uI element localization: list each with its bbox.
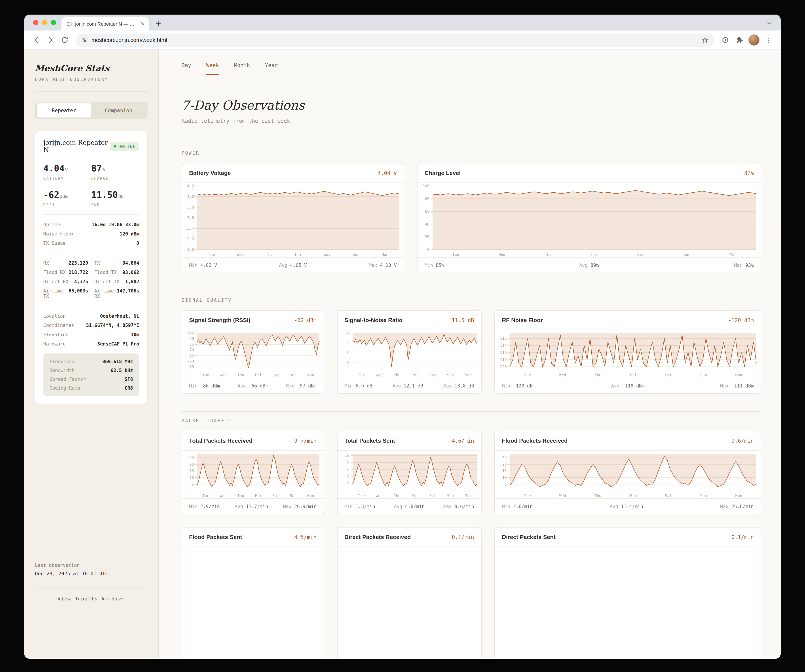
address-bar[interactable]: meshcore.jorijn.com/week.html bbox=[76, 33, 714, 47]
svg-text:Wed: Wed bbox=[376, 373, 383, 377]
maximize-window-button[interactable] bbox=[51, 20, 56, 25]
svg-text:Tue: Tue bbox=[208, 252, 215, 257]
card-direct-packets-received: Direct Packets Received 0.1/min bbox=[337, 527, 481, 658]
counter-row: RX223,120 TX94,864 bbox=[43, 260, 139, 266]
close-window-button[interactable] bbox=[33, 20, 38, 25]
svg-text:Sun: Sun bbox=[353, 252, 360, 257]
svg-text:-120: -120 bbox=[498, 365, 507, 369]
extensions-puzzle-icon[interactable] bbox=[733, 33, 746, 47]
svg-text:Thu: Thu bbox=[237, 493, 244, 498]
svg-text:Sun: Sun bbox=[700, 373, 707, 377]
reload-button[interactable] bbox=[58, 33, 71, 47]
tab-day[interactable]: Day bbox=[182, 62, 191, 75]
svg-text:Wed: Wed bbox=[559, 373, 566, 377]
svg-text:Thu: Thu bbox=[595, 493, 601, 498]
tab-year[interactable]: Year bbox=[265, 62, 278, 75]
svg-text:10: 10 bbox=[345, 351, 349, 355]
stage: jorijn.com Repeater N — Week bbox=[0, 0, 805, 672]
svg-text:Mon: Mon bbox=[730, 252, 737, 257]
stat-charge: 87% CHARGE bbox=[91, 163, 139, 181]
view-reports-archive-link[interactable]: View Reports Archive bbox=[35, 588, 148, 602]
svg-text:20: 20 bbox=[425, 235, 429, 239]
svg-text:Fri: Fri bbox=[255, 493, 262, 498]
tab-close-icon[interactable] bbox=[140, 21, 145, 26]
tab-search-chevron-icon[interactable] bbox=[765, 18, 774, 27]
tab-week[interactable]: Week bbox=[206, 62, 219, 75]
site-info-icon[interactable] bbox=[81, 37, 87, 43]
svg-text:Wed: Wed bbox=[559, 493, 566, 498]
svg-text:20: 20 bbox=[189, 462, 194, 467]
total-packets-sent-chart: 108642TueWedThuFriSatSunMon bbox=[337, 451, 481, 498]
svg-text:4: 4 bbox=[347, 475, 349, 479]
sidebar: MeshCore Stats LORA MESH OBSERVATORY Rep… bbox=[24, 50, 159, 658]
svg-text:-85: -85 bbox=[187, 365, 194, 369]
back-button[interactable] bbox=[30, 33, 43, 47]
password-manager-icon[interactable] bbox=[718, 33, 732, 47]
browser-toolbar: meshcore.jorijn.com/week.html bbox=[24, 31, 781, 50]
kv-spread-factor: Spread FactorSF8 bbox=[49, 376, 133, 382]
card-flood-packets-received: Flood Packets Received 9.6/min 252015105… bbox=[495, 431, 761, 514]
location-info-list: LocationOosterhout, NL Coordinates51.667… bbox=[43, 313, 139, 347]
svg-text:-55: -55 bbox=[187, 331, 194, 335]
last-observation-value: Dec 29, 2025 at 16:01 UTC bbox=[35, 571, 148, 577]
svg-text:3.0: 3.0 bbox=[187, 247, 194, 252]
svg-text:-112: -112 bbox=[498, 336, 507, 341]
svg-text:Thu: Thu bbox=[545, 252, 552, 257]
new-tab-button[interactable] bbox=[153, 18, 164, 29]
card-rssi: Signal Strength (RSSI) -62 dBm -55-60-65… bbox=[182, 310, 324, 394]
profile-avatar[interactable] bbox=[748, 35, 759, 46]
page-subtitle: Radio telemetry from the past week bbox=[182, 118, 761, 124]
card-battery-voltage: Battery Voltage 4.04 V 4.24.03.83.63.43.… bbox=[182, 163, 404, 273]
divider bbox=[43, 253, 139, 253]
svg-text:-114: -114 bbox=[498, 343, 507, 348]
svg-text:Sat: Sat bbox=[324, 252, 330, 257]
svg-text:-70: -70 bbox=[187, 348, 194, 352]
radio-params-panel: Frequency869.618 MHz Bandwidth62.5 kHz S… bbox=[43, 353, 139, 396]
svg-text:Thu: Thu bbox=[266, 252, 273, 257]
svg-text:Fri: Fri bbox=[630, 493, 637, 498]
browser-tabstrip: jorijn.com Repeater N — Week bbox=[24, 15, 781, 31]
minimize-window-button[interactable] bbox=[42, 20, 47, 25]
stat-snr: 11.50dB SNR bbox=[91, 189, 139, 207]
flood-packets-received-chart: 252015105TueWedThuFriSatSunMon bbox=[495, 451, 761, 498]
brand-title: MeshCore Stats bbox=[35, 63, 148, 73]
device-card: jorijn.com Repeater N ONLINE 4.04V BATTE… bbox=[35, 131, 148, 404]
url-text[interactable]: meshcore.jorijn.com/week.html bbox=[92, 37, 698, 43]
browser-tab[interactable]: jorijn.com Repeater N — Week bbox=[61, 17, 149, 31]
svg-text:-65: -65 bbox=[187, 342, 194, 347]
main-panel: Day Week Month Year 7-Day Observations R… bbox=[159, 50, 781, 658]
section-label: POWER bbox=[182, 150, 761, 156]
svg-text:14: 14 bbox=[345, 331, 349, 335]
card-direct-packets-sent: Direct Packets Sent 0.1/min bbox=[495, 527, 761, 658]
card-charge-level: Charge Level 87% 100806040200TueWedThuFr… bbox=[417, 163, 761, 273]
svg-text:Mon: Mon bbox=[307, 493, 314, 498]
svg-text:Tue: Tue bbox=[524, 493, 531, 498]
svg-text:Fri: Fri bbox=[411, 493, 418, 498]
forward-button[interactable] bbox=[44, 33, 57, 47]
svg-text:Tue: Tue bbox=[358, 373, 365, 377]
svg-text:5: 5 bbox=[504, 482, 507, 486]
svg-text:Thu: Thu bbox=[237, 373, 244, 377]
device-type-switch: Repeater Companion bbox=[35, 102, 148, 119]
clipped-chart-area bbox=[495, 547, 761, 658]
svg-text:Thu: Thu bbox=[595, 373, 601, 377]
svg-text:Fri: Fri bbox=[630, 373, 637, 377]
svg-text:15: 15 bbox=[502, 469, 507, 473]
svg-text:Sat: Sat bbox=[665, 373, 672, 377]
tab-repeater[interactable]: Repeater bbox=[37, 104, 91, 118]
svg-text:Fri: Fri bbox=[591, 252, 598, 257]
svg-text:Sun: Sun bbox=[683, 252, 690, 257]
kv-frequency: Frequency869.618 MHz bbox=[49, 359, 133, 364]
svg-text:-80: -80 bbox=[187, 359, 194, 363]
svg-text:80: 80 bbox=[425, 197, 429, 201]
brand-subtitle: LORA MESH OBSERVATORY bbox=[35, 77, 148, 82]
section-power: POWER Battery Voltage 4.04 V 4.24.03.83.… bbox=[182, 144, 761, 273]
svg-text:Thu: Thu bbox=[393, 373, 400, 377]
svg-text:-116: -116 bbox=[498, 350, 507, 355]
bookmark-star-icon[interactable] bbox=[702, 36, 709, 44]
svg-text:Mon: Mon bbox=[307, 373, 314, 377]
tab-month[interactable]: Month bbox=[234, 62, 250, 75]
svg-text:Tue: Tue bbox=[452, 252, 459, 257]
tab-companion[interactable]: Companion bbox=[91, 104, 146, 118]
browser-menu-kebab-icon[interactable] bbox=[762, 33, 775, 47]
